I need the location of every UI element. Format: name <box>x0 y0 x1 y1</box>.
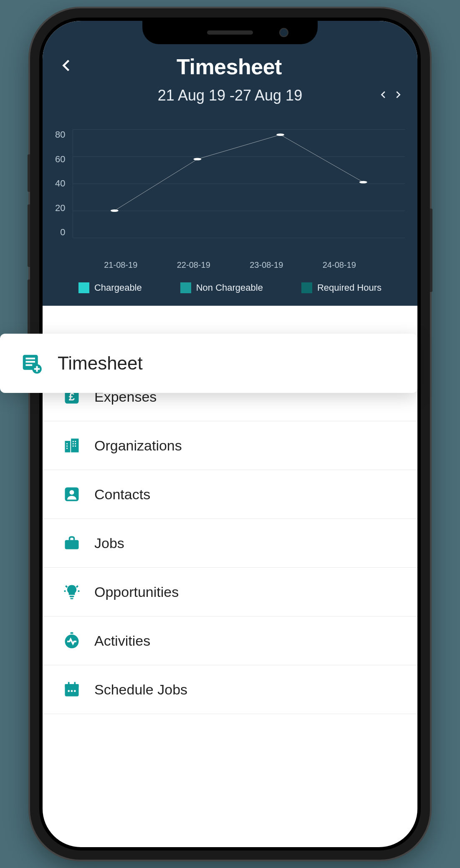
date-next-icon[interactable] <box>393 89 402 102</box>
activity-icon <box>63 632 81 650</box>
y-tick: 60 <box>55 154 65 165</box>
svg-rect-30 <box>68 682 70 686</box>
volume-down-button <box>28 279 30 342</box>
svg-point-33 <box>71 690 73 692</box>
menu-item-timesheet-active[interactable]: Timesheet <box>0 334 417 393</box>
legend-required-hours: Required Hours <box>301 282 382 293</box>
menu-item-label: Contacts <box>94 486 150 503</box>
chart-x-axis: 21-08-1922-08-1923-08-1924-08-19 <box>55 254 405 270</box>
building-icon <box>63 436 81 455</box>
menu-item-jobs[interactable]: Jobs <box>43 519 417 568</box>
svg-rect-29 <box>65 684 79 687</box>
svg-rect-12 <box>75 441 76 442</box>
menu-item-contacts[interactable]: Contacts <box>43 470 417 519</box>
timesheet-add-icon <box>20 352 43 375</box>
svg-rect-13 <box>73 443 74 445</box>
x-tick: 22-08-19 <box>177 260 210 270</box>
calendar-icon <box>63 680 81 699</box>
chart-plot-area <box>73 129 405 238</box>
date-range-label: 21 Aug 19 -27 Aug 19 <box>158 87 302 104</box>
phone-frame: Timesheet 21 Aug 19 -27 Aug 19 <box>30 8 430 860</box>
y-tick: 40 <box>55 178 65 189</box>
svg-rect-10 <box>66 448 68 449</box>
y-tick: 80 <box>55 129 65 140</box>
svg-rect-9 <box>66 445 68 447</box>
svg-rect-38 <box>26 364 33 366</box>
menu-item-label: Schedule Jobs <box>94 682 187 698</box>
menu-item-label: Organizations <box>94 438 182 454</box>
svg-point-32 <box>68 690 70 692</box>
svg-line-22 <box>66 586 67 587</box>
svg-point-1 <box>194 158 202 160</box>
svg-point-34 <box>74 690 76 692</box>
svg-point-18 <box>70 490 74 495</box>
date-prev-icon[interactable] <box>379 89 388 102</box>
legend-non-chargeable: Non Chargeable <box>180 282 263 293</box>
svg-rect-37 <box>26 361 35 362</box>
menu-item-schedule-jobs[interactable]: Schedule Jobs <box>43 665 417 714</box>
back-icon[interactable] <box>59 56 74 77</box>
contact-icon <box>63 485 81 503</box>
power-button <box>430 209 432 292</box>
svg-point-3 <box>359 181 367 184</box>
menu-item-activities[interactable]: Activities <box>43 616 417 665</box>
menu-item-label: Activities <box>94 633 150 649</box>
date-nav <box>379 89 402 102</box>
svg-rect-11 <box>73 441 74 442</box>
menu-item-label: Timesheet <box>58 353 143 374</box>
svg-rect-14 <box>75 443 76 445</box>
svg-line-23 <box>76 586 78 587</box>
mute-switch <box>28 154 30 192</box>
svg-rect-19 <box>65 540 79 549</box>
chart-y-axis: 80 60 40 20 0 <box>55 129 73 238</box>
volume-up-button <box>28 204 30 267</box>
svg-point-2 <box>277 133 285 136</box>
svg-rect-20 <box>70 596 74 597</box>
menu-item-organizations[interactable]: Organizations <box>43 421 417 470</box>
phone-notch <box>142 21 318 44</box>
x-tick: 23-08-19 <box>250 260 283 270</box>
menu-item-opportunities[interactable]: Opportunities <box>43 568 417 616</box>
menu-item-label: Jobs <box>94 535 124 551</box>
svg-rect-36 <box>26 358 35 360</box>
y-tick: 0 <box>60 227 65 238</box>
y-tick: 20 <box>55 203 65 214</box>
svg-rect-27 <box>70 632 73 634</box>
menu-item-label: Opportunities <box>94 584 179 600</box>
svg-rect-15 <box>73 445 74 447</box>
svg-point-0 <box>111 209 119 212</box>
page-title: Timesheet <box>74 54 384 79</box>
briefcase-icon <box>63 534 81 552</box>
svg-rect-21 <box>70 598 73 599</box>
x-tick: 21-08-19 <box>104 260 137 270</box>
front-camera <box>279 28 288 37</box>
legend-chargeable: Chargeable <box>78 282 142 293</box>
svg-rect-8 <box>66 443 68 445</box>
timesheet-chart: 80 60 40 20 0 <box>43 117 417 306</box>
svg-rect-31 <box>74 682 76 686</box>
x-tick: 24-08-19 <box>323 260 356 270</box>
chart-legend: Chargeable Non Chargeable Required Hours <box>55 270 405 297</box>
app-screen: Timesheet 21 Aug 19 -27 Aug 19 <box>43 21 417 847</box>
svg-rect-16 <box>75 445 76 447</box>
speaker-grille <box>207 30 253 35</box>
lightbulb-icon <box>63 583 81 601</box>
